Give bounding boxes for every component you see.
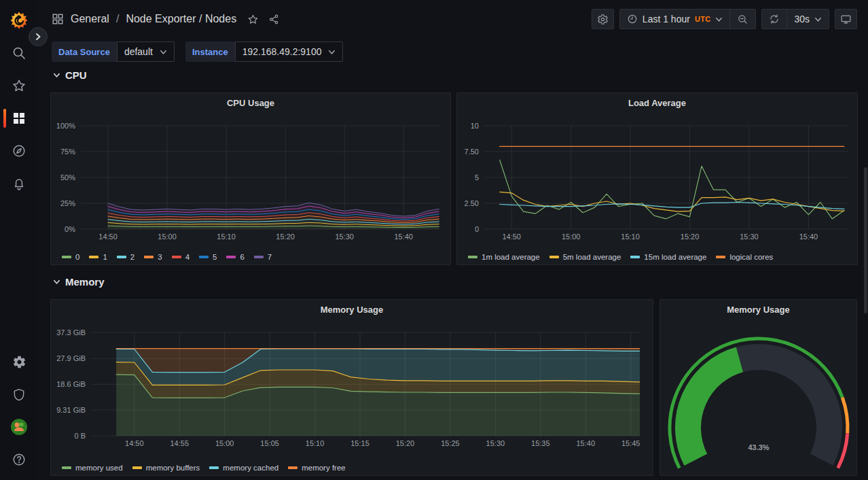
svg-text:18.6 GiB: 18.6 GiB [56, 380, 86, 388]
load-average-chart[interactable]: 02.5057.501014:5015:0015:1015:2015:3015:… [457, 112, 858, 247]
scrollbar[interactable] [864, 167, 867, 313]
sidebar-item-starred[interactable] [0, 69, 38, 102]
svg-text:14:55: 14:55 [170, 439, 189, 447]
var-datasource: Data Source default [52, 41, 175, 62]
legend-item[interactable]: 3 [144, 253, 162, 261]
svg-text:15:05: 15:05 [260, 439, 279, 447]
panel-title: Load Average [628, 98, 686, 108]
svg-text:15:35: 15:35 [531, 439, 550, 447]
sidebar-item-configuration[interactable] [0, 345, 38, 378]
svg-text:15:15: 15:15 [350, 439, 369, 447]
zoom-out-icon [737, 14, 748, 25]
legend-item[interactable]: 7 [254, 253, 272, 261]
var-datasource-label[interactable]: Data Source [52, 41, 117, 62]
memory-usage-chart[interactable]: 0 B9.31 GiB18.6 GiB27.9 GiB37.3 GiB14:50… [51, 319, 654, 455]
legend-item[interactable]: memory buffers [132, 464, 200, 472]
legend-item[interactable]: 2 [117, 253, 134, 261]
panel-memory-usage: Memory Usage 0 B9.31 GiB18.6 GiB27.9 GiB… [50, 299, 653, 476]
legend-series-label: 6 [240, 253, 244, 261]
legend-item[interactable]: 5m load average [549, 253, 621, 261]
chevron-down-icon [53, 278, 60, 286]
svg-text:15:40: 15:40 [576, 439, 595, 447]
legend-item[interactable]: memory used [62, 464, 123, 472]
sidebar-item-profile[interactable] [0, 411, 38, 443]
legend-item[interactable]: 5 [199, 253, 217, 261]
sidebar-item-server-admin[interactable] [0, 378, 38, 411]
cpu-usage-chart[interactable]: 0%25%50%75%100%14:5015:0015:1015:2015:30… [51, 112, 452, 247]
var-instance-label[interactable]: Instance [185, 41, 235, 62]
load-average-legend: 1m load average5m load average15m load a… [468, 253, 773, 261]
panel-header-memory-usage[interactable]: Memory Usage [51, 300, 653, 319]
legend-item[interactable]: 0 [62, 253, 79, 261]
legend-series-label: 2 [130, 253, 134, 261]
panel-title: Memory Usage [321, 305, 383, 315]
panel-header-memory-gauge[interactable]: Memory Usage [660, 300, 856, 319]
legend-item[interactable]: memory cached [209, 464, 278, 472]
chevron-down-icon [328, 48, 336, 56]
svg-text:2.50: 2.50 [465, 199, 479, 207]
var-datasource-value[interactable]: default [117, 41, 175, 62]
dashboard-settings-button[interactable] [592, 9, 614, 29]
dashboard-navbar: General / Node Exporter / Nodes [38, 0, 868, 38]
sidebar-item-help[interactable] [0, 443, 38, 476]
clock-icon [627, 14, 638, 24]
legend-series-label: 1 [103, 253, 107, 261]
breadcrumb-dashboard[interactable]: Node Exporter / Nodes [126, 13, 236, 25]
chevron-down-icon [53, 71, 60, 79]
gauge-value: 43.3% [748, 443, 769, 451]
panel-cpu-usage: CPU Usage 0%25%50%75%100%14:5015:0015:10… [50, 92, 451, 265]
svg-text:15:20: 15:20 [396, 439, 415, 447]
sidebar-item-explore[interactable] [0, 135, 38, 167]
svg-text:5: 5 [475, 173, 479, 182]
legend-series-color [288, 466, 297, 469]
favorite-star-icon[interactable] [247, 14, 259, 25]
panel-header-cpu-usage[interactable]: CPU Usage [51, 93, 450, 112]
legend-series-color [62, 256, 71, 258]
svg-text:37.3 GiB: 37.3 GiB [56, 328, 86, 337]
refresh-interval-button[interactable]: 30s [786, 10, 829, 29]
panel-header-load-average[interactable]: Load Average [457, 93, 857, 112]
var-instance-value[interactable]: 192.168.49.2:9100 [235, 41, 344, 62]
grafana-logo[interactable] [10, 0, 29, 37]
legend-item[interactable]: 6 [226, 253, 244, 261]
share-icon[interactable] [268, 14, 280, 25]
time-picker: Last 1 hour UTC [619, 9, 757, 29]
sidebar-expand-button[interactable] [29, 27, 48, 46]
legend-series-label: 5m load average [563, 253, 621, 261]
legend-item[interactable]: 15m load average [630, 253, 706, 261]
zoom-out-button[interactable] [729, 10, 755, 29]
legend-series-label: 7 [268, 253, 272, 261]
svg-text:15:40: 15:40 [394, 233, 413, 241]
time-range-button[interactable]: Last 1 hour UTC [620, 10, 730, 29]
sidebar-item-alerting[interactable] [0, 167, 38, 200]
legend-item[interactable]: logical cores [716, 253, 773, 261]
svg-text:15:10: 15:10 [306, 439, 325, 447]
legend-series-label: memory cached [223, 464, 278, 472]
row-header-memory[interactable]: Memory [53, 276, 105, 288]
row-header-cpu[interactable]: CPU [53, 69, 87, 81]
breadcrumb-folder[interactable]: General [71, 13, 109, 25]
breadcrumb-separator: / [116, 13, 119, 25]
svg-text:25%: 25% [60, 199, 75, 207]
sidebar-item-dashboards[interactable] [0, 102, 38, 135]
legend-item[interactable]: 1m load average [468, 253, 540, 261]
cpu-usage-legend: 01234567 [62, 253, 272, 261]
memory-usage-gauge: 43.3% [660, 319, 858, 475]
shield-icon [12, 388, 26, 402]
svg-text:10: 10 [471, 122, 479, 130]
var-datasource-selected: default [124, 46, 153, 57]
kiosk-mode-button[interactable] [835, 9, 857, 29]
legend-series-label: 5 [213, 253, 217, 261]
dashboards-grid-icon [12, 112, 26, 125]
legend-item[interactable]: memory free [288, 464, 346, 472]
legend-series-label: 1m load average [482, 253, 540, 261]
compass-icon [12, 143, 26, 158]
refresh-button[interactable] [762, 10, 786, 29]
chevron-down-icon [814, 16, 822, 23]
svg-text:0%: 0% [65, 225, 75, 233]
refresh-interval-label: 30s [794, 14, 810, 24]
legend-item[interactable]: 4 [172, 253, 189, 261]
legend-item[interactable]: 1 [89, 253, 107, 261]
legend-series-color [209, 466, 219, 469]
time-range-label: Last 1 hour [643, 14, 690, 24]
